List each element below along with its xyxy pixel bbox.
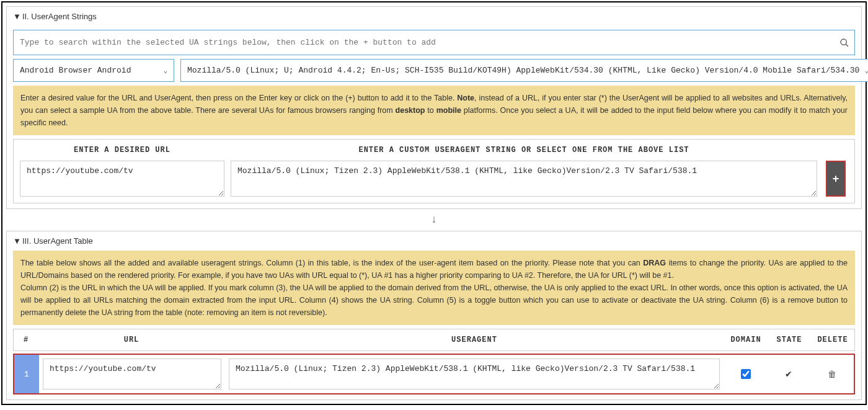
ua-preset-value: Mozilla/5.0 (Linux; U; Android 4.4.2; En… (187, 66, 859, 75)
arrow-down-icon: ↓ (2, 213, 866, 226)
notice-bold: DRAG (643, 259, 666, 267)
row-state-toggle[interactable]: ✔ (785, 369, 792, 379)
notice-text: The table below shows all the added and … (20, 259, 643, 267)
section-useragent-table: ▼III. UserAgent Table The table below sh… (6, 231, 862, 400)
th-delete: DELETE (811, 329, 854, 350)
th-state: STATE (768, 329, 811, 350)
browser-select-value: Android Browser Android (20, 66, 158, 75)
ua-input-header: ENTER A CUSTOM USERAGENT STRING OR SELEC… (231, 146, 817, 154)
ua-search-row (13, 30, 855, 55)
browser-select[interactable]: Android Browser Android ⌄ (13, 59, 174, 82)
section2-title: II. UserAgent Strings (22, 12, 97, 21)
svg-line-1 (846, 44, 848, 47)
notice-bold: mobile (436, 106, 461, 115)
section3-title: III. UserAgent Table (22, 236, 93, 246)
url-input-header: ENTER A DESIRED URL (20, 146, 224, 154)
section3-header[interactable]: ▼III. UserAgent Table (7, 231, 861, 251)
collapse-icon: ▼ (13, 236, 21, 246)
add-button[interactable]: + (826, 161, 846, 197)
row-url-input[interactable] (43, 359, 221, 390)
notice-bold: Note (457, 94, 474, 102)
row-index[interactable]: 1 (14, 355, 39, 393)
chevron-down-icon: ⌄ (163, 66, 167, 74)
th-useragent: USERAGENT (224, 329, 724, 350)
ua-input[interactable] (231, 161, 817, 197)
chevron-down-icon: ⌄ (864, 66, 868, 74)
section2-header[interactable]: ▼II. UserAgent Strings (7, 7, 861, 26)
th-domain: DOMAIN (724, 329, 768, 350)
entry-block: ENTER A DESIRED URL ENTER A CUSTOM USERA… (13, 139, 855, 203)
notice-text: Column (2) is the URL in which the UA wi… (20, 283, 848, 317)
notice-text: to (425, 106, 436, 115)
th-index: # (14, 329, 38, 350)
row-delete-button[interactable]: 🗑 (828, 369, 836, 379)
ua-search-input[interactable] (14, 30, 839, 55)
notice-text: Enter a desired value for the URL and Us… (20, 94, 457, 102)
row-domain-checkbox[interactable] (741, 369, 751, 379)
th-url: URL (38, 329, 224, 350)
section-useragent-strings: ▼II. UserAgent Strings Android Browser A… (6, 6, 862, 209)
search-icon[interactable] (839, 38, 849, 48)
plus-icon: + (833, 172, 839, 185)
table-header-row: # URL USERAGENT DOMAIN STATE DELETE (13, 329, 855, 351)
url-input[interactable] (20, 161, 224, 197)
collapse-icon: ▼ (13, 12, 21, 21)
row-ua-input[interactable] (229, 359, 720, 390)
table-row[interactable]: 1 ✔ 🗑 (13, 354, 855, 394)
ua-preset-select[interactable]: Mozilla/5.0 (Linux; U; Android 4.4.2; En… (180, 59, 868, 82)
section2-notice: Enter a desired value for the URL and Us… (13, 86, 855, 135)
section3-notice: The table below shows all the added and … (13, 251, 855, 325)
notice-bold: desktop (396, 106, 425, 115)
svg-point-0 (841, 39, 846, 45)
